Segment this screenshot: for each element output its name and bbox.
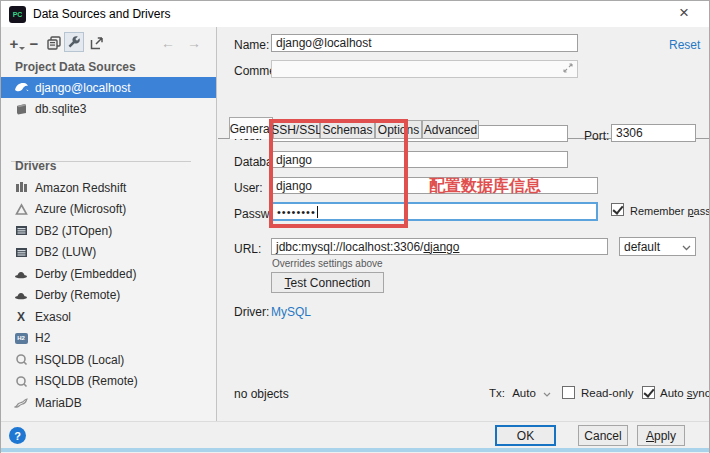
driver-item-derby-embedded[interactable]: Derby (Embedded) bbox=[1, 263, 216, 284]
driver-item-exasol[interactable]: X Exasol bbox=[1, 306, 216, 327]
forward-button[interactable]: → bbox=[185, 33, 203, 53]
arrow-right-icon: → bbox=[187, 35, 201, 51]
window-title: Data Sources and Drivers bbox=[33, 7, 170, 21]
user-value: django bbox=[276, 179, 312, 193]
driver-mysql-link[interactable]: MySQL bbox=[271, 305, 311, 319]
driver-item-hsqldb-remote[interactable]: HSQLDB (Remote) bbox=[1, 371, 216, 392]
azure-icon bbox=[13, 201, 29, 217]
derby-icon bbox=[13, 287, 29, 303]
driver-item-mariadb[interactable]: MariaDB bbox=[1, 392, 216, 413]
reset-link[interactable]: Reset bbox=[669, 38, 700, 52]
driver-label: Azure (Microsoft) bbox=[35, 202, 126, 216]
sidebar-item-db-sqlite3[interactable]: db.sqlite3 bbox=[1, 98, 216, 119]
label-mnemonic: A bbox=[646, 429, 654, 443]
mysql-dolphin-icon bbox=[13, 80, 29, 96]
add-button[interactable]: + bbox=[5, 33, 23, 53]
sidebar-toolbar: + − ← → bbox=[1, 31, 217, 55]
tab-label: Schemas bbox=[322, 123, 372, 137]
read-only-label: Read-only bbox=[581, 387, 633, 399]
sqlite-icon bbox=[13, 101, 29, 117]
sidebar: + − ← → Project Data Sources bbox=[1, 27, 217, 421]
url-preset-combobox[interactable]: default bbox=[619, 237, 696, 256]
minus-icon: − bbox=[30, 35, 39, 52]
label-part: est Connection bbox=[290, 276, 370, 290]
cancel-button[interactable]: Cancel bbox=[578, 425, 628, 446]
show-diagram-button[interactable] bbox=[88, 33, 106, 53]
ok-button[interactable]: OK bbox=[495, 425, 556, 446]
url-label: URL: bbox=[234, 242, 261, 256]
tab-label: General bbox=[230, 122, 273, 136]
label-part: Auto bbox=[660, 387, 687, 399]
driver-item-db2-luw[interactable]: DB2 (LUW) bbox=[1, 242, 216, 263]
apply-button[interactable]: Apply bbox=[637, 425, 685, 446]
tab-general[interactable]: General bbox=[229, 117, 273, 139]
label-part: pply bbox=[654, 429, 676, 443]
driver-label: HSQLDB (Remote) bbox=[35, 374, 138, 388]
driver-item-hsqldb-local[interactable]: HSQLDB (Local) bbox=[1, 349, 216, 370]
driver-label: HSQLDB (Local) bbox=[35, 353, 124, 367]
name-value: django@localhost bbox=[276, 36, 372, 50]
test-connection-button[interactable]: Test Connection bbox=[271, 272, 384, 293]
driver-label: DB2 (JTOpen) bbox=[35, 224, 112, 238]
driver-label: MariaDB bbox=[35, 396, 82, 410]
back-button[interactable]: ← bbox=[159, 33, 177, 53]
text-caret bbox=[317, 206, 318, 218]
sidebar-item-django-localhost[interactable]: django@localhost bbox=[1, 77, 216, 98]
import-mapping-icon bbox=[90, 36, 104, 50]
label-part: ync bbox=[693, 387, 710, 399]
remember-password-checkbox[interactable] bbox=[611, 203, 624, 216]
url-database-part: django bbox=[423, 240, 459, 254]
port-label: Port: bbox=[584, 129, 609, 143]
hsqldb-icon bbox=[13, 373, 29, 389]
data-sources-dialog: PC Data Sources and Drivers × + − ← bbox=[0, 0, 710, 453]
driver-item-azure[interactable]: Azure (Microsoft) bbox=[1, 199, 216, 220]
tab-advanced[interactable]: Advanced bbox=[422, 120, 479, 139]
exasol-icon: X bbox=[13, 309, 29, 325]
remove-button[interactable]: − bbox=[26, 33, 42, 53]
comment-input[interactable] bbox=[271, 60, 578, 78]
expand-icon[interactable] bbox=[563, 62, 573, 76]
driver-label: H2 bbox=[35, 331, 50, 345]
driver-item-db2-jtopen[interactable]: DB2 (JTOpen) bbox=[1, 220, 216, 241]
tx-value: Auto bbox=[512, 387, 536, 399]
label-part: Remember bbox=[630, 205, 687, 217]
database-input[interactable]: django bbox=[271, 151, 568, 168]
tab-label: Options bbox=[378, 123, 419, 137]
driver-item-amazon-redshift[interactable]: Amazon Redshift bbox=[1, 177, 216, 198]
database-value: django bbox=[276, 153, 312, 167]
close-icon[interactable]: × bbox=[673, 3, 695, 23]
name-input[interactable]: django@localhost bbox=[271, 34, 578, 52]
password-value: •••••••• bbox=[277, 206, 316, 218]
auto-sync-checkbox[interactable] bbox=[642, 386, 655, 399]
data-source-label: db.sqlite3 bbox=[35, 102, 86, 116]
derby-icon bbox=[13, 266, 29, 282]
driver-label: DB2 (LUW) bbox=[35, 245, 96, 259]
copy-icon bbox=[47, 36, 61, 50]
port-input[interactable]: 3306 bbox=[611, 124, 696, 142]
driver-item-h2[interactable]: H2 H2 bbox=[1, 328, 216, 349]
help-icon[interactable]: ? bbox=[9, 427, 26, 444]
hsqldb-icon bbox=[13, 352, 29, 368]
data-source-label: django@localhost bbox=[35, 81, 131, 95]
remember-password-label: Remember password bbox=[630, 205, 710, 217]
duplicate-button[interactable] bbox=[45, 33, 63, 53]
url-prefix: jdbc:mysql://localhost:3306/ bbox=[276, 240, 423, 254]
tab-ssh-ssl[interactable]: SSH/SSL bbox=[273, 120, 320, 139]
tab-options[interactable]: Options bbox=[375, 120, 422, 139]
chevron-down-icon bbox=[682, 240, 691, 254]
url-input[interactable]: jdbc:mysql://localhost:3306/django bbox=[271, 238, 608, 255]
db2-icon bbox=[13, 244, 29, 260]
password-input[interactable]: •••••••• bbox=[271, 202, 598, 221]
tab-label: SSH/SSL bbox=[271, 123, 322, 137]
tab-schemas[interactable]: Schemas bbox=[320, 120, 375, 139]
dialog-footer: ? OK Cancel Apply bbox=[1, 421, 710, 448]
read-only-checkbox[interactable] bbox=[562, 386, 575, 399]
label-part: assword bbox=[694, 205, 710, 217]
db2-icon bbox=[13, 223, 29, 239]
driver-properties-button[interactable] bbox=[64, 32, 84, 52]
project-data-sources-header: Project Data Sources bbox=[15, 60, 136, 74]
tx-dropdown[interactable]: Tx: Auto bbox=[489, 387, 551, 399]
plus-icon: + bbox=[10, 35, 19, 52]
driver-item-derby-remote[interactable]: Derby (Remote) bbox=[1, 285, 216, 306]
port-value: 3306 bbox=[616, 126, 643, 140]
